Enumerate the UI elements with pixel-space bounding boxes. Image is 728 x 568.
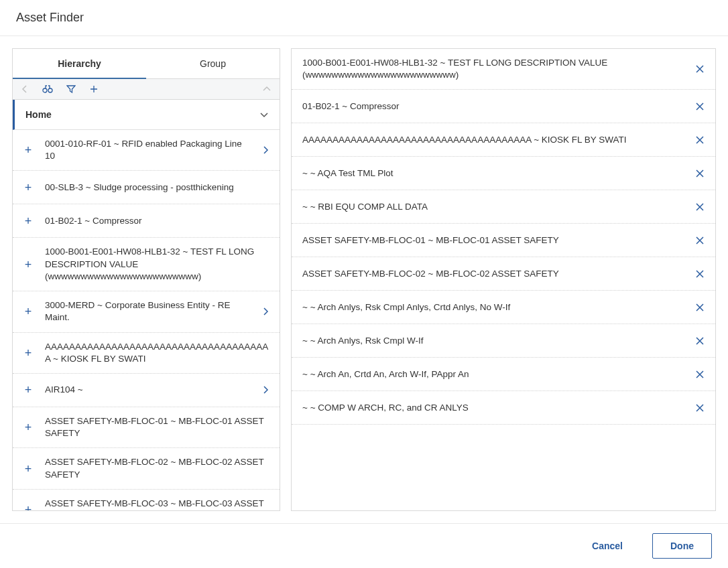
tab-label: Group	[200, 58, 226, 69]
plus-icon[interactable]: +	[23, 259, 33, 271]
footer: Cancel Done	[0, 523, 728, 568]
plus-toolbar-icon[interactable]	[89, 84, 99, 94]
tree-item[interactable]: +ASSET SAFETY-MB-FLOC-01 ~ MB-FLOC-01 AS…	[13, 407, 280, 448]
plus-icon[interactable]: +	[23, 421, 33, 433]
tree-item[interactable]: +00-SLB-3 ~ Sludge processing - postthic…	[13, 171, 280, 204]
tree-item-label: 1000-B001-E001-HW08-HLB1-32 ~ TEST FL LO…	[45, 246, 269, 283]
selected-item: ASSET SAFETY-MB-FLOC-01 ~ MB-FLOC-01 ASS…	[292, 224, 715, 257]
selected-item-label: ASSET SAFETY-MB-FLOC-02 ~ MB-FLOC-02 ASS…	[302, 268, 687, 280]
tree-item-label: ASSET SAFETY-MB-FLOC-02 ~ MB-FLOC-02 ASS…	[45, 456, 269, 480]
home-label: Home	[25, 109, 259, 120]
close-icon[interactable]	[695, 269, 705, 279]
selected-item: ~ ~ RBI EQU COMP ALL DATA	[292, 190, 715, 224]
selected-item-label: ~ ~ RBI EQU COMP ALL DATA	[302, 201, 687, 213]
plus-icon[interactable]: +	[23, 463, 33, 475]
tree-item-label: 0001-010-RF-01 ~ RFID enabled Packaging …	[45, 138, 250, 162]
selected-item: ~ ~ Arch Anlys, Rsk Cmpl W-If	[292, 324, 715, 358]
selected-item-label: ~ ~ COMP W ARCH, RC, and CR ANLYS	[302, 402, 687, 414]
plus-icon[interactable]: +	[23, 182, 33, 194]
tree-item[interactable]: +1000-B001-E001-HW08-HLB1-32 ~ TEST FL L…	[13, 238, 280, 291]
binoculars-icon[interactable]	[42, 84, 53, 94]
tab-hierarchy[interactable]: Hierarchy	[13, 49, 146, 78]
selected-item: AAAAAAAAAAAAAAAAAAAAAAAAAAAAAAAAAAAAAA ~…	[292, 123, 715, 157]
tree-item-label: AIR104 ~	[45, 384, 250, 396]
tree-item[interactable]: +AIR104 ~	[13, 374, 280, 407]
tab-label: Hierarchy	[58, 58, 101, 69]
tree-item[interactable]: +0001-010-RF-01 ~ RFID enabled Packaging…	[13, 130, 280, 171]
selected-item-label: ASSET SAFETY-MB-FLOC-01 ~ MB-FLOC-01 ASS…	[302, 234, 687, 246]
selected-item: ~ ~ COMP W ARCH, RC, and CR ANLYS	[292, 391, 715, 425]
selected-item-label: 01-B02-1 ~ Compressor	[302, 100, 687, 113]
header: Asset Finder	[0, 0, 728, 36]
tree-item[interactable]: +ASSET SAFETY-MB-FLOC-02 ~ MB-FLOC-02 AS…	[13, 448, 280, 489]
tree-item[interactable]: +3000-MERD ~ Corporate Business Entity -…	[13, 291, 280, 332]
chevron-right-icon[interactable]	[262, 307, 269, 316]
tab-group[interactable]: Group	[146, 49, 280, 78]
tree-item-label: 00-SLB-3 ~ Sludge processing - postthick…	[45, 182, 269, 194]
selected-item-label: AAAAAAAAAAAAAAAAAAAAAAAAAAAAAAAAAAAAAA ~…	[302, 134, 687, 146]
close-icon[interactable]	[695, 202, 705, 212]
selected-item: 1000-B001-E001-HW08-HLB1-32 ~ TEST FL LO…	[292, 49, 715, 90]
filter-icon[interactable]	[66, 84, 76, 94]
selected-item-label: ~ ~ Arch Anlys, Rsk Cmpl Anlys, Crtd Anl…	[302, 301, 687, 313]
close-icon[interactable]	[695, 64, 705, 74]
selected-item-label: ~ ~ Arch An, Crtd An, Arch W-If, PAppr A…	[302, 368, 687, 380]
svg-point-1	[48, 88, 52, 92]
svg-point-0	[43, 88, 47, 92]
toolbar	[13, 79, 280, 100]
close-icon[interactable]	[695, 135, 705, 145]
plus-icon[interactable]: +	[23, 305, 33, 317]
selected-item: ~ ~ Arch An, Crtd An, Arch W-If, PAppr A…	[292, 358, 715, 391]
selected-item-label: 1000-B001-E001-HW08-HLB1-32 ~ TEST FL LO…	[302, 57, 687, 81]
close-icon[interactable]	[695, 169, 705, 178]
tree-item[interactable]: +ASSET SAFETY-MB-FLOC-03 ~ MB-FLOC-03 AS…	[13, 490, 280, 510]
selected-item: ASSET SAFETY-MB-FLOC-02 ~ MB-FLOC-02 ASS…	[292, 257, 715, 291]
selected-list: 1000-B001-E001-HW08-HLB1-32 ~ TEST FL LO…	[291, 48, 716, 511]
selected-item: ~ ~ AQA Test TML Plot	[292, 157, 715, 190]
selected-item: ~ ~ Arch Anlys, Rsk Cmpl Anlys, Crtd Anl…	[292, 291, 715, 324]
tree-item-label: 01-B02-1 ~ Compressor	[45, 215, 269, 227]
close-icon[interactable]	[695, 102, 705, 111]
tabs: Hierarchy Group	[13, 49, 280, 79]
home-row[interactable]: Home	[13, 100, 280, 130]
close-icon[interactable]	[695, 236, 705, 245]
tree-item-label: ASSET SAFETY-MB-FLOC-01 ~ MB-FLOC-01 ASS…	[45, 415, 269, 439]
plus-icon[interactable]: +	[23, 215, 33, 227]
selected-item-label: ~ ~ AQA Test TML Plot	[302, 167, 687, 180]
close-icon[interactable]	[695, 403, 705, 413]
tree-list[interactable]: +0001-010-RF-01 ~ RFID enabled Packaging…	[13, 130, 280, 510]
tree-item[interactable]: +01-B02-1 ~ Compressor	[13, 204, 280, 238]
cancel-button[interactable]: Cancel	[574, 534, 640, 558]
plus-icon[interactable]: +	[23, 144, 33, 156]
done-button[interactable]: Done	[652, 533, 712, 559]
tree-item-label: ASSET SAFETY-MB-FLOC-03 ~ MB-FLOC-03 ASS…	[45, 498, 269, 510]
left-panel: Hierarchy Group	[12, 48, 280, 511]
chevron-right-icon[interactable]	[262, 145, 269, 155]
tree-item-label: 3000-MERD ~ Corporate Business Entity - …	[45, 299, 250, 324]
back-icon	[21, 85, 29, 93]
selected-item-label: ~ ~ Arch Anlys, Rsk Cmpl W-If	[302, 335, 687, 347]
selected-item: 01-B02-1 ~ Compressor	[292, 90, 715, 123]
plus-icon[interactable]: +	[23, 504, 33, 510]
close-icon[interactable]	[695, 336, 705, 346]
close-icon[interactable]	[695, 303, 705, 312]
plus-icon[interactable]: +	[23, 347, 33, 359]
tree-item-label: AAAAAAAAAAAAAAAAAAAAAAAAAAAAAAAAAAAAAA ~…	[45, 341, 269, 365]
plus-icon[interactable]: +	[23, 384, 33, 396]
collapse-icon[interactable]	[262, 86, 271, 92]
chevron-down-icon[interactable]	[259, 111, 269, 118]
tree-item[interactable]: +AAAAAAAAAAAAAAAAAAAAAAAAAAAAAAAAAAAAAA …	[13, 333, 280, 374]
chevron-right-icon[interactable]	[262, 385, 269, 395]
page-title: Asset Finder	[16, 11, 712, 25]
close-icon[interactable]	[695, 370, 705, 379]
